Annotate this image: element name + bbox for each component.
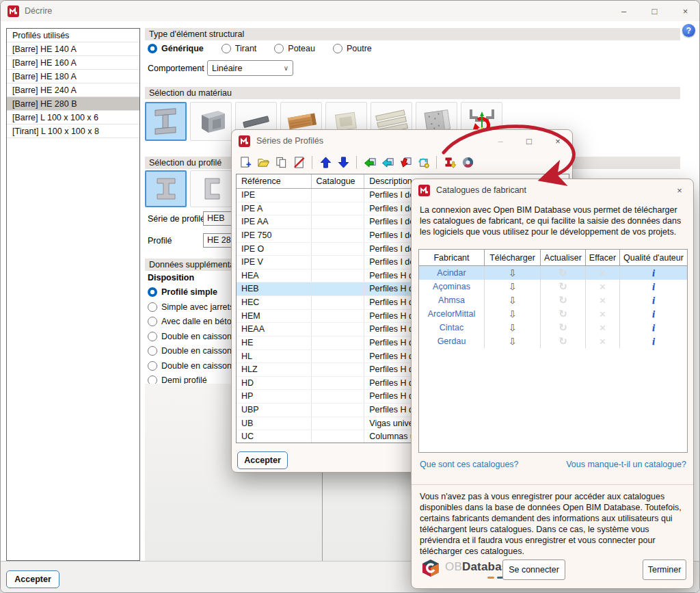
- app-icon: [418, 185, 430, 196]
- profile-list-item[interactable]: [Barre] HE 240 A: [7, 83, 139, 97]
- connect-button[interactable]: Se connecter: [502, 559, 565, 580]
- toolbar-icon[interactable]: [256, 155, 271, 170]
- profile-list-item[interactable]: [Barre] L 100 x 100 x 6: [7, 111, 139, 124]
- divider: [412, 484, 693, 485]
- structural-type-options: Générique Tirant Poteau Poutre: [148, 42, 372, 55]
- toolbar-icon[interactable]: [461, 155, 475, 170]
- radio-icon: [148, 361, 157, 371]
- toolbar-icon[interactable]: [336, 155, 351, 170]
- behavior-dropdown[interactable]: Linéaire ∨: [207, 60, 293, 76]
- material-thumbnail: [150, 107, 183, 137]
- toolbar-icon[interactable]: [363, 155, 377, 170]
- radio-icon: [148, 287, 157, 297]
- radio-option[interactable]: Double en caisson av: [148, 346, 243, 356]
- radio-icon: [148, 302, 157, 312]
- column-header[interactable]: Catalogue: [312, 174, 365, 188]
- info-icon[interactable]: i: [652, 267, 655, 279]
- toolbar-icon[interactable]: [416, 155, 431, 170]
- close-button[interactable]: ×: [670, 1, 700, 21]
- profile-list-item[interactable]: [Barre] HE 280 B: [7, 97, 139, 111]
- info-icon[interactable]: i: [652, 281, 655, 293]
- manufacturer-row[interactable]: Açominas ⇩ ↻ ✕ i: [419, 280, 687, 293]
- radio-icon: [148, 44, 157, 53]
- chevron-down-icon: ∨: [284, 64, 288, 72]
- close-button[interactable]: ×: [666, 180, 693, 200]
- toolbar-icon[interactable]: [319, 155, 333, 170]
- clear-icon: ✕: [599, 309, 606, 319]
- radio-option[interactable]: Avec dalle en béton: [148, 317, 243, 326]
- decrire-window: Décrire – □ × ? Profilés utilisés [Barre…: [0, 0, 700, 593]
- column-header: Qualité d'auteur: [620, 250, 687, 265]
- help-icon[interactable]: ?: [682, 24, 695, 37]
- manufacturer-row[interactable]: Cintac ⇩ ↻ ✕ i: [419, 321, 687, 334]
- finish-button[interactable]: Terminer: [643, 559, 686, 580]
- radio-icon: [221, 44, 231, 53]
- catalog-intro-text: La connexion avec Open BIM Database vous…: [420, 205, 688, 237]
- info-icon[interactable]: i: [652, 322, 655, 334]
- radio-option[interactable]: Poteau: [274, 44, 315, 53]
- obdatabase-cube-icon: [420, 558, 442, 580]
- download-icon[interactable]: ⇩: [509, 295, 517, 306]
- series-accept-button[interactable]: Accepter: [237, 451, 288, 469]
- clear-icon: ✕: [599, 295, 606, 306]
- toolbar-icon[interactable]: [381, 155, 395, 170]
- toolbar-icon[interactable]: [292, 155, 306, 170]
- radio-option[interactable]: Double en caisson so: [148, 332, 243, 341]
- radio-option[interactable]: Poutre: [333, 44, 372, 53]
- missing-catalog-link[interactable]: Vous manque-t-il un catalogue?: [566, 460, 686, 469]
- material-tile[interactable]: [145, 102, 187, 141]
- profile-list-item[interactable]: [Tirant] L 100 x 100 x 8: [7, 124, 139, 138]
- obdatabase-logo: OBDatabase: [420, 558, 515, 580]
- manufacturer-row[interactable]: ArcelorMittal ⇩ ↻ ✕ i: [419, 307, 687, 321]
- window-title: Décrire: [25, 6, 52, 16]
- minimize-button[interactable]: –: [608, 1, 639, 21]
- accept-button[interactable]: Accepter: [6, 570, 59, 588]
- toolbar-icon[interactable]: [399, 155, 413, 170]
- info-icon[interactable]: i: [652, 295, 655, 306]
- manufacturer-row[interactable]: Ahmsa ⇩ ↻ ✕ i: [419, 293, 687, 307]
- maximize-button[interactable]: □: [639, 1, 670, 21]
- download-icon[interactable]: ⇩: [509, 322, 517, 333]
- refresh-icon: ↻: [558, 321, 567, 334]
- manufacturer-table: Fabricant Télécharger Actualiser Effacer…: [418, 249, 688, 453]
- logo-prefix: OB: [445, 560, 462, 573]
- radio-option[interactable]: Double en caisson u: [148, 361, 243, 371]
- column-header: Fabricant: [419, 250, 485, 265]
- material-tile[interactable]: [190, 102, 232, 141]
- info-icon[interactable]: i: [652, 336, 655, 347]
- what-are-catalogs-link[interactable]: Que sont ces catalogues?: [420, 460, 519, 469]
- refresh-icon: ↻: [558, 335, 567, 347]
- toolbar-icon[interactable]: [443, 155, 457, 170]
- column-header: Actualiser: [541, 250, 586, 265]
- series-dialog-titlebar: Séries de Profilés – □ ×: [232, 130, 572, 152]
- radio-option[interactable]: Générique: [148, 44, 204, 53]
- profile-list-item[interactable]: [Barre] HE 140 A: [7, 42, 139, 56]
- profile-list-item[interactable]: [Barre] HE 160 A: [7, 56, 139, 70]
- download-icon[interactable]: ⇩: [509, 336, 517, 347]
- info-icon[interactable]: i: [652, 308, 655, 320]
- clear-icon: ✕: [599, 282, 606, 292]
- catalog-dialog-titlebar: Catalogues de fabricant ×: [412, 179, 693, 201]
- profile-list-item[interactable]: [Barre] HE 180 A: [7, 70, 139, 83]
- minimize-button[interactable]: –: [486, 131, 515, 151]
- radio-option[interactable]: Simple avec jarrets: [148, 302, 243, 312]
- profile-tile[interactable]: [145, 170, 187, 207]
- radio-option[interactable]: Profilé simple: [148, 287, 243, 297]
- radio-option[interactable]: Tirant: [221, 44, 257, 53]
- download-icon[interactable]: ⇩: [509, 267, 517, 278]
- profile-tile[interactable]: [190, 170, 232, 207]
- window-titlebar: Décrire – □ ×: [1, 1, 700, 21]
- maximize-button[interactable]: □: [515, 131, 543, 151]
- column-header[interactable]: Référence: [237, 174, 312, 188]
- download-icon[interactable]: ⇩: [509, 308, 517, 319]
- profiles-used-list: Profilés utilisés [Barre] HE 140 A [Barr…: [6, 28, 140, 561]
- catalog-note-text: Vous n'avez pas à vous enregistrer pour …: [420, 491, 686, 557]
- disposition-title: Disposition: [148, 273, 194, 282]
- toolbar-icon[interactable]: [239, 155, 253, 170]
- close-button[interactable]: ×: [543, 131, 572, 151]
- manufacturer-row[interactable]: Acindar ⇩ ↻ ✕ i: [419, 266, 687, 280]
- manufacturer-table-header: Fabricant Télécharger Actualiser Effacer…: [419, 250, 687, 266]
- manufacturer-row[interactable]: Gerdau ⇩ ↻ ✕ i: [419, 334, 687, 348]
- toolbar-icon[interactable]: [274, 155, 288, 170]
- download-icon[interactable]: ⇩: [509, 281, 517, 292]
